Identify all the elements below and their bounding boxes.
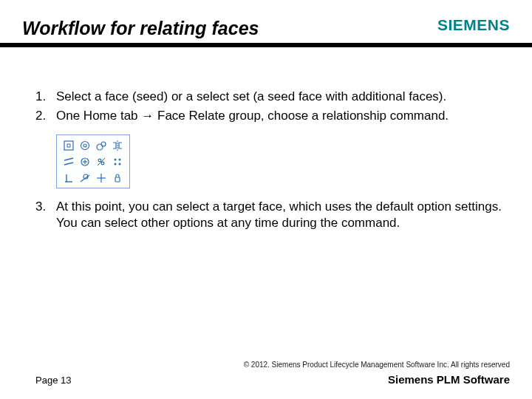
step-number: 2. [35, 108, 56, 124]
rigid-icon[interactable] [109, 170, 126, 186]
page-number: Page 13 [35, 375, 71, 386]
footer: © 2012. Siemens Product Lifecycle Manage… [0, 361, 532, 386]
slide-title: Workflow for relating faces [22, 18, 259, 39]
steps-list: 1. Select a face (seed) or a select set … [35, 89, 502, 124]
header: Workflow for relating faces SIEMENS [0, 0, 532, 49]
siemens-logo: SIEMENS [437, 16, 510, 34]
coplanar-icon[interactable] [61, 137, 77, 154]
svg-point-5 [101, 142, 106, 146]
step-2: 2. One Home tab → Face Relate group, cho… [35, 108, 502, 124]
step-text: At this point, you can select a target f… [56, 199, 502, 231]
slide: Workflow for relating faces SIEMENS 1. S… [0, 0, 532, 399]
body-content: 1. Select a face (seed) or a select set … [35, 89, 502, 234]
svg-point-18 [119, 163, 121, 166]
perpendicular-icon[interactable] [61, 170, 77, 186]
step-text: Select a face (seed) or a select set (a … [56, 89, 502, 105]
step-number: 1. [35, 89, 56, 105]
horizontal-vertical-icon[interactable] [109, 154, 126, 170]
step-3: 3. At this point, you can select a targe… [35, 199, 502, 231]
parallel-icon[interactable] [61, 154, 77, 170]
svg-point-3 [83, 144, 86, 147]
tangent-touching-icon[interactable] [77, 170, 93, 186]
icon-row [61, 137, 126, 154]
title-underline [0, 43, 532, 47]
equal-radius-icon[interactable] [77, 154, 93, 170]
step-1: 1. Select a face (seed) or a select set … [35, 89, 502, 105]
concentric-icon[interactable] [77, 137, 93, 154]
step-number: 3. [35, 199, 56, 231]
svg-point-2 [81, 142, 89, 150]
svg-point-15 [115, 159, 117, 161]
svg-line-8 [64, 163, 73, 165]
svg-rect-0 [64, 141, 73, 150]
face-relate-ribbon-group [56, 134, 502, 188]
svg-point-13 [101, 162, 104, 165]
svg-point-16 [119, 159, 121, 161]
icon-grid [56, 134, 130, 188]
tangent-icon[interactable] [93, 137, 109, 154]
svg-point-12 [98, 159, 101, 162]
steps-list-continued: 3. At this point, you can select a targe… [35, 199, 502, 231]
ground-icon[interactable] [93, 170, 109, 186]
brand-text: Siemens PLM Software [388, 373, 510, 386]
icon-row [61, 154, 126, 170]
offset-icon[interactable] [93, 154, 109, 170]
svg-rect-1 [67, 144, 70, 147]
step-text: One Home tab → Face Relate group, choose… [56, 108, 502, 124]
symmetric-icon[interactable] [109, 137, 126, 154]
icon-row [61, 170, 126, 186]
svg-line-7 [64, 158, 73, 160]
svg-rect-25 [115, 177, 120, 182]
footer-row: Page 13 Siemens PLM Software [0, 373, 532, 386]
copyright-text: © 2012. Siemens Product Lifecycle Manage… [0, 361, 532, 369]
svg-point-17 [115, 163, 117, 166]
